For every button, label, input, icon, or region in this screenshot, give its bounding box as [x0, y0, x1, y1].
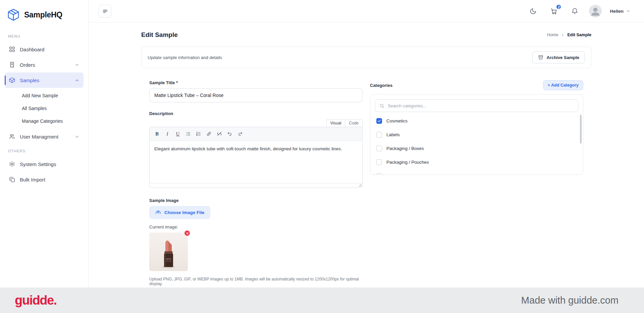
- underline-button[interactable]: U: [173, 129, 182, 139]
- category-checkbox[interactable]: [376, 132, 382, 138]
- sample-header-card: Update sample information and details Ar…: [141, 47, 591, 68]
- categories-label: Categories: [370, 83, 392, 88]
- current-image-thumbnail: MATTE LIPSTICK: [149, 232, 188, 271]
- chevron-right-icon: [561, 33, 565, 37]
- undo-button[interactable]: [225, 129, 234, 139]
- category-list: CosmeticsLabelsPackaging / BoxesPackagin…: [375, 114, 578, 175]
- guidde-footer: guidde. Made with guidde.com: [0, 288, 644, 313]
- editor-bottom-bar: [150, 183, 362, 188]
- others-section-label: OTHERS: [8, 149, 80, 153]
- unlink-icon: [217, 131, 222, 137]
- sidebar-item-label: User Managment: [20, 134, 58, 140]
- description-editor-content[interactable]: Elegant aluminum lipstick tube with soft…: [150, 141, 362, 183]
- archive-sample-button[interactable]: Archive Sample: [532, 51, 585, 63]
- guidde-logo: guidde.: [15, 293, 57, 308]
- cart-badge: 2: [556, 4, 561, 10]
- editor-toolbar: B I U: [150, 127, 362, 141]
- bullet-list-button[interactable]: [183, 129, 193, 139]
- gear-icon: [9, 161, 15, 167]
- sample-title-label: Sample Title *: [149, 80, 363, 85]
- user-avatar[interactable]: [589, 5, 602, 17]
- category-row[interactable]: Labels: [375, 128, 578, 142]
- category-label: Cosmetics: [386, 118, 408, 123]
- samples-icon: [9, 77, 15, 84]
- notifications-button[interactable]: [568, 5, 581, 17]
- category-row[interactable]: Packaging / Pouches: [375, 155, 578, 169]
- topbar: 2 Hellen: [89, 0, 644, 22]
- sample-title-input[interactable]: [149, 88, 363, 102]
- remove-image-button[interactable]: [184, 230, 191, 237]
- category-checkbox[interactable]: [376, 146, 382, 151]
- bullet-list-icon: [185, 131, 191, 137]
- editor-tabs: Visual Code: [149, 119, 363, 127]
- users-icon: [9, 133, 15, 140]
- link-icon: [206, 131, 212, 137]
- menu-section-label: MENU: [8, 34, 80, 38]
- upload-cloud-icon: [155, 210, 161, 215]
- category-checkbox[interactable]: [376, 118, 382, 124]
- editor-resize-handle[interactable]: [359, 184, 362, 187]
- categories-panel: CosmeticsLabelsPackaging / BoxesPackagin…: [370, 94, 583, 175]
- copy-stack-icon: [9, 176, 15, 183]
- add-category-button[interactable]: + Add Category: [543, 80, 583, 90]
- choose-image-file-button[interactable]: Choose Image File: [149, 206, 210, 219]
- avatar-person-icon: [589, 5, 602, 17]
- samples-subnav: Add New Sample All Samples Manage Catego…: [5, 88, 84, 129]
- numbered-list-button[interactable]: [194, 129, 203, 139]
- search-icon: [379, 103, 384, 108]
- italic-button[interactable]: I: [163, 129, 172, 139]
- undo-icon: [227, 131, 232, 137]
- user-name: Hellen: [610, 9, 624, 14]
- sidebar-toggle-button[interactable]: [99, 5, 111, 17]
- archive-icon: [538, 55, 543, 60]
- sidebar-item-user-managment[interactable]: User Managment: [5, 129, 84, 144]
- form-right-column: Categories + Add Category CosmeticsLabel…: [370, 80, 583, 288]
- rich-text-editor: B I U: [149, 127, 363, 188]
- sidebar-item-dashboard[interactable]: Dashboard: [5, 42, 84, 57]
- current-image-label: Current image:: [149, 224, 363, 229]
- category-search-input[interactable]: [388, 103, 574, 108]
- chevron-down-icon: [74, 134, 79, 139]
- description-block: Description Visual Code B I U: [149, 111, 363, 188]
- category-checkbox[interactable]: [376, 159, 382, 165]
- dark-mode-toggle[interactable]: [527, 5, 539, 17]
- category-label: Packaging / Boxes: [386, 146, 424, 151]
- editor-tab-code[interactable]: Code: [345, 119, 363, 127]
- sidebar-item-system-settings[interactable]: System Settings: [5, 156, 84, 172]
- menu-lines-icon: [102, 8, 108, 14]
- category-row[interactable]: Packaging / Tubes: [375, 169, 578, 175]
- categories-scrollbar[interactable]: [580, 115, 582, 144]
- edit-sample-form: Sample Title * Description Visual Code B: [141, 80, 591, 288]
- category-row[interactable]: Packaging / Boxes: [375, 142, 578, 155]
- sidebar-item-orders[interactable]: Orders: [5, 57, 84, 72]
- bold-button[interactable]: B: [152, 129, 162, 139]
- unlink-button[interactable]: [215, 129, 224, 139]
- category-label: Packaging / Pouches: [386, 160, 429, 165]
- archive-button-label: Archive Sample: [546, 55, 579, 60]
- sidebar-item-add-new-sample[interactable]: Add New Sample: [20, 89, 84, 102]
- category-checkbox[interactable]: [376, 173, 382, 175]
- lipstick-image: MATTE LIPSTICK: [149, 232, 188, 271]
- sidebar-item-all-samples[interactable]: All Samples: [20, 102, 84, 115]
- sidebar-item-label: Dashboard: [20, 47, 44, 52]
- upload-hint: Upload PNG, JPG, GIF, or WEBP images up …: [149, 277, 363, 286]
- cart-button[interactable]: 2: [547, 5, 560, 17]
- breadcrumb-current: Edit Sample: [567, 33, 591, 37]
- chevron-up-icon: [74, 78, 79, 83]
- sidebar-item-manage-categories[interactable]: Manage Categories: [20, 115, 84, 127]
- sidebar-item-bulk-import[interactable]: Bulk Import: [5, 172, 84, 187]
- editor-tab-visual[interactable]: Visual: [326, 119, 345, 127]
- close-icon: [186, 232, 189, 235]
- orders-icon: [9, 61, 15, 68]
- insert-link-button[interactable]: [204, 129, 214, 139]
- redo-button[interactable]: [235, 129, 245, 139]
- sidebar-item-samples[interactable]: Samples: [5, 72, 84, 88]
- category-label: Labels: [386, 132, 400, 137]
- app-logo[interactable]: SampleHQ: [5, 6, 84, 30]
- made-with-text: Made with guidde.com: [521, 295, 619, 306]
- user-menu[interactable]: Hellen: [610, 9, 631, 14]
- category-row[interactable]: Cosmetics: [375, 114, 578, 128]
- category-label: Packaging / Tubes: [386, 173, 424, 175]
- breadcrumb-home-link[interactable]: Home: [547, 33, 558, 37]
- numbered-list-icon: [196, 131, 201, 137]
